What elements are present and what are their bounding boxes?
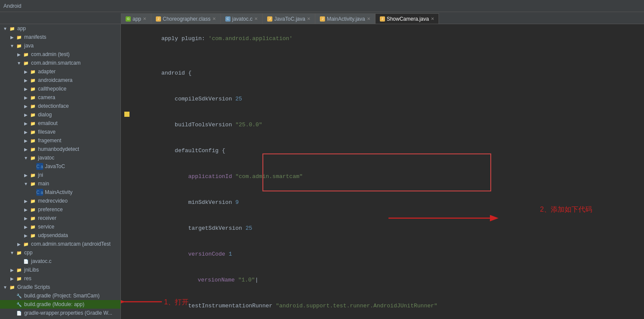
sidebar-item-manifests[interactable]: ▶ 📁 manifests: [0, 33, 120, 41]
sidebar-label-udpsenddata: udpsenddata: [38, 232, 68, 238]
sidebar-item-jnilibs[interactable]: ▶ 📁 jniLibs: [0, 266, 120, 274]
expand-arrow-jni: ▶: [22, 173, 29, 178]
sidebar-label-receiver: receiver: [38, 215, 57, 221]
sidebar-label-java: java: [24, 43, 34, 49]
expand-arrow-smartcam: ▼: [16, 61, 22, 66]
folder-icon-androidtest: 📁: [22, 241, 29, 247]
sidebar-label-preference: preference: [38, 206, 63, 213]
sidebar-label-gradle-scripts: Gradle Scripts: [17, 284, 50, 290]
sidebar-label-adapter: adapter: [38, 69, 56, 75]
tabs-bar: G app ✕ J Choreographer.class ✕ C javato…: [0, 12, 644, 24]
tab-icon-showcamera: J: [380, 16, 385, 22]
expand-arrow-fragement: ▶: [22, 138, 29, 143]
expand-arrow-detectionface: ▶: [22, 104, 29, 109]
sidebar-label-camera: camera: [38, 94, 55, 100]
folder-icon-adapter: 📁: [29, 68, 36, 75]
sidebar-item-app[interactable]: ▼ 📁 app: [0, 24, 120, 33]
sidebar-item-com-admin-test[interactable]: ▶ 📁 com.admin (test): [0, 50, 120, 59]
sidebar-item-receiver[interactable]: ▶ 📁 receiver: [0, 214, 120, 222]
sidebar-item-dialog[interactable]: ▶ 📁 dialog: [0, 110, 120, 119]
sidebar-item-service[interactable]: ▶ 📁 service: [0, 222, 120, 231]
sidebar-item-res[interactable]: ▶ 📁 res: [0, 274, 120, 283]
sidebar-item-emailout[interactable]: ▶ 📁 emailout: [0, 119, 120, 128]
expand-arrow-main: ▼: [22, 181, 29, 186]
tab-close-choreo[interactable]: ✕: [212, 16, 216, 21]
code-line-11: testInstrumentationRunner "android.suppo…: [121, 293, 644, 319]
tab-label-app: app: [133, 16, 141, 22]
tab-close-javatoc-java[interactable]: ✕: [307, 16, 310, 21]
code-line-10: versionName "1.0"|: [121, 267, 644, 293]
sidebar-item-udpsenddata[interactable]: ▶ 📁 udpsenddata: [0, 231, 120, 240]
expand-arrow-udpsenddata: ▶: [22, 233, 29, 238]
expand-arrow-cpp: ▼: [9, 250, 16, 255]
breakpoint-dot: [124, 112, 129, 117]
sidebar-label-emailout: emailout: [38, 120, 57, 126]
expand-arrow-jnilibs: ▶: [9, 268, 16, 272]
tab-javatoc-c[interactable]: C javatoc.c ✕: [221, 13, 262, 24]
tab-label-mainactivity: MainActivity.java: [327, 16, 365, 22]
sidebar-item-camera[interactable]: ▶ 📁 camera: [0, 93, 120, 102]
tab-mainactivity[interactable]: J MainActivity.java ✕: [315, 13, 375, 24]
sidebar-item-build-gradle-app[interactable]: ▶ 🔧 build.gradle (Module: app): [0, 300, 120, 309]
sidebar-item-javatoc-class[interactable]: ▶ C a JavaToC: [0, 162, 120, 171]
tab-close-mainactivity[interactable]: ✕: [367, 16, 370, 21]
sidebar-item-gradle-scripts[interactable]: ▼ 📁 Gradle Scripts: [0, 283, 120, 291]
sidebar-item-fragement[interactable]: ▶ 📁 fragement: [0, 136, 120, 145]
tab-icon-javatoc-c: C: [225, 16, 230, 22]
sidebar-item-preference[interactable]: ▶ 📁 preference: [0, 205, 120, 214]
sidebar-item-callthepolice[interactable]: ▶ 📁 callthepolice: [0, 84, 120, 93]
folder-icon-manifests: 📁: [16, 34, 22, 41]
code-editor[interactable]: apply plugin: 'com.android.application' …: [121, 24, 644, 319]
sidebar-item-build-gradle-project[interactable]: ▶ 🔧 build.gradle (Project: SmartCam): [0, 291, 120, 300]
sidebar-item-gradle-wrapper[interactable]: ▶ 📄 gradle-wrapper.properties (Gradle W.…: [0, 309, 120, 317]
sidebar-item-java[interactable]: ▼ 📁 java: [0, 41, 120, 50]
code-line-8: targetSdkVersion 25: [121, 216, 644, 241]
tab-close-showcamera[interactable]: ✕: [431, 16, 434, 21]
properties-icon-wrapper: 📄: [16, 310, 22, 316]
sidebar-item-main[interactable]: ▼ 📁 main: [0, 179, 120, 188]
sidebar-item-androidtest[interactable]: ▶ 📁 com.admin.smartcam (androidTest: [0, 240, 120, 248]
gradle-icon-app: 🔧: [16, 301, 22, 308]
code-line-9: versionCode 1: [121, 241, 644, 267]
tab-label-showcamera: ShowCamera.java: [387, 16, 429, 22]
sidebar-label-jni: jni: [38, 172, 43, 178]
expand-arrow-callthepolice: ▶: [22, 87, 29, 91]
sidebar-label-callthepolice: callthepolice: [38, 86, 66, 92]
c-file-icon-javatoc: 📄: [22, 258, 29, 265]
tab-close-app[interactable]: ✕: [143, 16, 146, 21]
main-layout: ▼ 📁 app ▶ 📁 manifests ▼ 📁 java ▶ 📁 com.a…: [0, 24, 644, 319]
sidebar-label-medrecvideo: medrecvideo: [38, 198, 68, 204]
sidebar-item-cpp[interactable]: ▼ 📁 cpp: [0, 248, 120, 257]
sidebar-item-filesave[interactable]: ▶ 📁 filesave: [0, 128, 120, 136]
sidebar-item-adapter[interactable]: ▶ 📁 adapter: [0, 67, 120, 76]
folder-icon-service: 📁: [29, 223, 36, 230]
folder-icon-callthepolice: 📁: [29, 85, 36, 92]
sidebar-label-javatoc-class: JavaToC: [45, 163, 65, 169]
sidebar-item-androidcamera[interactable]: ▶ 📁 androidcamera: [0, 76, 120, 84]
tab-choreographer[interactable]: J Choreographer.class ✕: [151, 13, 221, 24]
sidebar-item-javatoc-c-file[interactable]: ▶ 📄 javatoc.c: [0, 257, 120, 266]
sidebar-label-jnilibs: jniLibs: [24, 267, 39, 273]
code-line-blank1: [121, 52, 644, 60]
tab-showcamera[interactable]: J ShowCamera.java ✕: [375, 13, 439, 24]
sidebar-label-humanbodydetect: humanbodydetect: [38, 146, 79, 152]
sidebar-item-detectionface[interactable]: ▶ 📁 detectionface: [0, 102, 120, 110]
expand-arrow-service: ▶: [22, 225, 29, 229]
sidebar-item-proguard[interactable]: ▶ 📄 proguard-rules.pro (ProGuard Rules f…: [0, 317, 120, 319]
folder-icon-java: 📁: [16, 42, 22, 49]
sidebar-item-mainactivity-file[interactable]: ▶ C a MainActivity: [0, 188, 120, 197]
code-line-7: minSdkVersion 9: [121, 190, 644, 216]
sidebar-item-medrecvideo[interactable]: ▶ 📁 medrecvideo: [0, 197, 120, 205]
sidebar-item-javatoc[interactable]: ▼ 📁 javatoc: [0, 153, 120, 162]
tab-close-javatoc-c[interactable]: ✕: [254, 16, 258, 21]
sidebar-item-jni[interactable]: ▶ 📁 jni: [0, 171, 120, 179]
tab-app[interactable]: G app ✕: [121, 13, 151, 24]
expand-arrow-dialog: ▶: [22, 113, 29, 117]
folder-icon-com-admin-test: 📁: [22, 51, 29, 58]
tab-label-choreo: Choreographer.class: [163, 16, 211, 22]
sidebar-item-humanbodydetect[interactable]: ▶ 📁 humanbodydetect: [0, 145, 120, 153]
folder-icon-preference: 📁: [29, 206, 36, 213]
project-sidebar[interactable]: ▼ 📁 app ▶ 📁 manifests ▼ 📁 java ▶ 📁 com.a…: [0, 24, 121, 319]
sidebar-item-com-admin-smartcam[interactable]: ▼ 📁 com.admin.smartcam: [0, 59, 120, 67]
tab-javatoc-java[interactable]: J JavaToC.java ✕: [262, 13, 315, 24]
